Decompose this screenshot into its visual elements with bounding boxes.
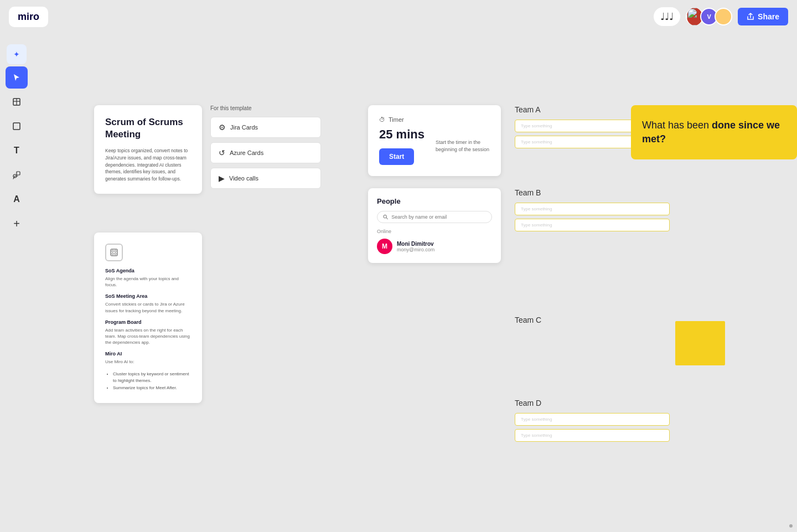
select-tool-button[interactable] (6, 66, 28, 89)
share-button[interactable]: Share (738, 8, 788, 25)
template-cards-panel: For this template ⚙ Jira Cards ↺ Azure C… (210, 105, 321, 193)
svg-rect-5 (17, 172, 20, 175)
team-b-label: Team B (515, 188, 670, 197)
scroll-indicator (789, 524, 793, 528)
logo[interactable]: miro (9, 7, 48, 27)
svg-line-12 (386, 218, 387, 219)
person-avatar: M (377, 239, 392, 254)
team-c-label: Team C (515, 316, 541, 324)
team-d-section: Team D Type something Type something (515, 399, 670, 442)
scrum-panel: Scrum of Scrums Meeting Keep topics orga… (94, 105, 202, 194)
miro-ai-title: Miro AI (105, 351, 191, 357)
scrum-title: Scrum of Scrums Meeting (105, 116, 191, 141)
azure-cards-button[interactable]: ↺ Azure Cards (210, 142, 321, 163)
azure-label: Azure Cards (230, 149, 263, 156)
start-timer-button[interactable]: Start (379, 148, 414, 165)
team-b-card-1[interactable]: Type something (515, 203, 670, 215)
ai-tool-button[interactable]: ✦ (7, 44, 27, 64)
ai-bullet-1: Cluster topics by keyword or sentiment t… (113, 371, 191, 385)
people-panel: People Online M Moni Dimitrov mony@miro.… (368, 188, 501, 263)
sos-panel: SoS Agenda Align the agenda with your to… (94, 233, 202, 403)
svg-rect-8 (115, 250, 116, 252)
timer-panel: ⏱ Timer 25 mins Start Start the timer in… (368, 105, 501, 176)
sos-icon (105, 244, 123, 261)
team-d-cards: Type something Type something (515, 413, 670, 442)
search-box[interactable] (377, 211, 492, 223)
people-search-input[interactable] (391, 214, 486, 220)
video-icon: ▶ (219, 174, 225, 183)
person-email: mony@miro.com (397, 247, 434, 252)
timer-value: 25 mins (379, 127, 425, 142)
shapes-tool-button[interactable] (6, 164, 28, 186)
video-calls-button[interactable]: ▶ Video calls (210, 168, 321, 189)
canvas: Scrum of Scrums Meeting Keep topics orga… (33, 33, 797, 532)
sos-meeting-title: SoS Meeting Area (105, 293, 191, 299)
jira-icon: ⚙ (219, 123, 226, 132)
people-title: People (377, 197, 492, 205)
program-board-title: Program Board (105, 319, 191, 325)
program-board-desc: Add team activities on the right for eac… (105, 327, 191, 346)
canvas-inner: Scrum of Scrums Meeting Keep topics orga… (33, 33, 797, 532)
avatar-3[interactable] (715, 8, 732, 25)
scrum-description: Keep topics organized, convert notes to … (105, 147, 191, 183)
team-b-card-2[interactable]: Type something (515, 219, 670, 231)
azure-icon: ↺ (219, 148, 225, 157)
sticky-note[interactable] (675, 321, 725, 365)
timer-label: Timer (389, 116, 404, 123)
team-c-section: Team C (515, 316, 541, 330)
music-controls[interactable]: ♩♩♩ (654, 7, 680, 26)
sos-agenda-desc: Align the agenda with your topics and fo… (105, 276, 191, 288)
search-icon (383, 214, 388, 220)
team-b-section: Team B Type something Type something (515, 188, 670, 231)
timer-header: ⏱ Timer (379, 116, 490, 123)
template-label: For this template (210, 105, 321, 111)
team-d-label: Team D (515, 399, 670, 407)
timer-body: 25 mins Start Start the timer in the beg… (379, 127, 490, 165)
person-row: M Moni Dimitrov mony@miro.com (377, 239, 492, 254)
note-tool-button[interactable] (6, 115, 28, 137)
online-label: Online (377, 229, 492, 234)
team-d-card-2[interactable]: Type something (515, 429, 670, 442)
timer-description: Start the timer in the beginning of the … (436, 139, 490, 153)
header-right: ♩♩♩ V Share (654, 7, 788, 26)
left-toolbar: ✦ T A + (0, 0, 33, 532)
header: miro ♩♩♩ V Share (0, 0, 797, 33)
svg-rect-10 (115, 253, 116, 255)
svg-rect-3 (13, 123, 20, 130)
banner: What has been done since we met? (631, 105, 797, 159)
svg-rect-9 (112, 253, 113, 255)
share-label: Share (758, 12, 779, 21)
timer-left: 25 mins Start (379, 127, 425, 165)
jira-label: Jira Cards (230, 124, 258, 131)
avatars-group: V (686, 8, 732, 25)
miro-ai-desc: Use Miro AI to: (105, 359, 191, 365)
banner-text-plain: What has been (642, 120, 712, 131)
person-name: Moni Dimitrov (397, 241, 434, 247)
ai-bullet-2: Summarize topics for Meet After. (113, 385, 191, 392)
svg-rect-7 (112, 250, 113, 252)
timer-icon: ⏱ (379, 116, 385, 123)
table-tool-button[interactable] (6, 91, 28, 113)
sos-meeting-desc: Convert stickies or cards to Jira or Azu… (105, 301, 191, 313)
person-info: Moni Dimitrov mony@miro.com (397, 241, 434, 252)
add-tool-button[interactable]: + (6, 213, 28, 235)
text-tool-button[interactable]: T (6, 140, 28, 162)
sos-agenda-title: SoS Agenda (105, 268, 191, 273)
team-d-card-1[interactable]: Type something (515, 413, 670, 426)
video-label: Video calls (229, 175, 258, 182)
jira-cards-button[interactable]: ⚙ Jira Cards (210, 117, 321, 138)
font-tool-button[interactable]: A (6, 188, 28, 210)
team-b-cards: Type something Type something (515, 203, 670, 231)
